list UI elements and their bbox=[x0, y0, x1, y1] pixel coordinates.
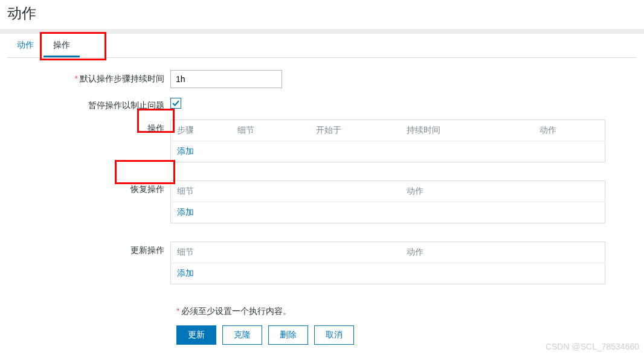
ops-th-step: 步骤 bbox=[177, 125, 237, 136]
pause-label: 暂停操作以制止问题 bbox=[7, 97, 170, 111]
watermark: CSDN @SCL_78534660 bbox=[546, 342, 639, 345]
tab-action[interactable]: 动作 bbox=[7, 34, 43, 57]
update-add-link[interactable]: 添加 bbox=[177, 268, 194, 278]
ops-th-detail: 细节 bbox=[237, 125, 316, 136]
ops-label: 操作 bbox=[7, 120, 170, 162]
update-label: 更新操作 bbox=[7, 241, 170, 284]
separator-bar bbox=[0, 29, 644, 34]
validation-message: *必须至少设置一个执行内容。 bbox=[176, 302, 637, 317]
update-th-detail: 细节 bbox=[177, 247, 407, 258]
tab-operation[interactable]: 操作 bbox=[43, 34, 80, 57]
default-duration-label: *默认操作步骤持续时间 bbox=[7, 70, 170, 85]
recovery-th-action: 动作 bbox=[407, 186, 599, 197]
ops-table: 步骤 细节 开始于 持续时间 动作 添加 bbox=[170, 120, 605, 162]
ops-th-start: 开始于 bbox=[316, 125, 407, 136]
clone-button[interactable]: 克隆 bbox=[222, 325, 262, 345]
recovery-add-link[interactable]: 添加 bbox=[177, 207, 194, 217]
default-duration-input[interactable] bbox=[170, 70, 282, 88]
update-button[interactable]: 更新 bbox=[176, 325, 216, 345]
update-table: 细节 动作 添加 bbox=[170, 241, 605, 284]
delete-button[interactable]: 删除 bbox=[268, 325, 308, 345]
pause-checkbox[interactable] bbox=[170, 98, 181, 109]
recovery-table: 细节 动作 添加 bbox=[170, 181, 605, 223]
ops-add-link[interactable]: 添加 bbox=[177, 146, 194, 156]
ops-th-action: 动作 bbox=[539, 125, 599, 136]
cancel-button[interactable]: 取消 bbox=[314, 325, 354, 345]
page-title: 动作 bbox=[0, 0, 644, 29]
tabs: 动作 操作 bbox=[7, 34, 637, 58]
ops-th-duration: 持续时间 bbox=[407, 125, 539, 136]
recovery-label: 恢复操作 bbox=[7, 181, 170, 223]
recovery-th-detail: 细节 bbox=[177, 186, 407, 197]
update-th-action: 动作 bbox=[407, 247, 599, 258]
